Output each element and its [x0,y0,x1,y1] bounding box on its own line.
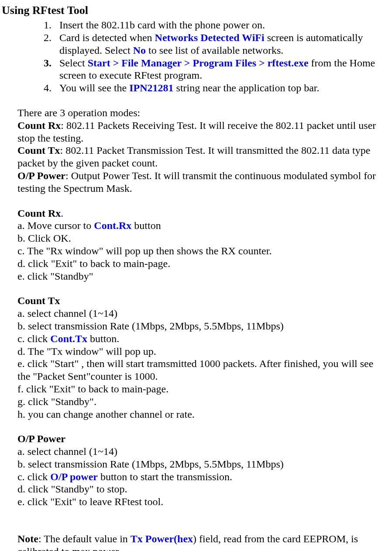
spacer [0,420,392,433]
blue-term: No [133,45,146,56]
list-item-1: 1. Insert the 802.11b card with the phon… [44,19,386,31]
list-text: Card is detected when Networks Detected … [59,31,386,57]
op-power-step-d: d. click "Standby" to stop. [17,483,386,496]
count-rx-step-b: b. Click OK. [17,232,386,245]
spacer [0,94,392,107]
count-tx-step-c: c. click Cont.Tx button. [17,333,386,345]
list-item-3: 3. Select Start > File Manager > Program… [44,57,386,82]
blue-term: Networks Detected WiFi [155,32,265,43]
text-segment: Card is detected when [59,32,155,43]
note-text: Note: The default value in Tx Power(hex)… [17,533,386,551]
list-item-4: 4. You will see the IPN21281 string near… [44,82,386,94]
count-rx-step-c: c. The "Rx window" will pop up then show… [17,245,386,257]
text-segment: a. Move cursor to [17,220,94,231]
list-number: 4. [44,82,59,94]
text-segment: You will see the [59,82,129,94]
mode-op-power: O/P Power: Output Power Test. It will tr… [17,170,386,195]
count-tx-step-d: d. The "Tx window" will pop up. [17,345,386,358]
blue-term: Start > File Manager > Program Files > r… [88,57,309,69]
list-number: 3. [44,57,59,82]
blue-term: Cont.Tx [50,333,87,344]
op-power-step-a: a. select channel (1~14) [17,445,386,458]
list-text: Insert the 802.11b card with the phone p… [59,19,386,31]
list-item-2: 2. Card is detected when Networks Detect… [44,31,386,57]
blue-term: O/P power [50,471,98,482]
numbered-list: 1. Insert the 802.11b card with the phon… [17,19,392,94]
mode-label: O/P Power [17,170,65,181]
op-power-step-c: c. click O/P power button to start the t… [17,471,386,483]
mode-count-rx: Count Rx: 802.11 Packets Receiving Test.… [17,119,386,145]
modes-intro-text: There are 3 operation modes: [17,107,386,119]
document-title: Using RFtest Tool [2,3,392,17]
section-header: Count Rx [17,208,61,219]
op-power-step-e: e. click "Exit" to leave RFtest tool. [17,496,386,508]
count-tx-section: Count Tx a. select channel (1~14) b. sel… [17,295,392,420]
modes-intro: There are 3 operation modes: Count Rx: 8… [17,107,392,195]
mode-count-tx: Count Tx: 802.11 Packet Transmission Tes… [17,144,386,170]
list-text: Select Start > File Manager > Program Fi… [59,57,386,82]
text-segment: button to start the transmission. [98,471,232,482]
list-number: 1. [44,19,59,31]
spacer [0,195,392,207]
count-tx-step-h: h. you can change another channel or rat… [17,408,386,421]
text-segment: string near the application top bar. [174,82,320,94]
count-rx-step-d: d. click "Exit" to back to main-page. [17,257,386,270]
count-tx-step-b: b. select transmission Rate (1Mbps, 2Mbp… [17,320,386,333]
text-segment: c. click [17,471,50,482]
spacer [0,520,392,533]
count-tx-header: Count Tx [17,295,386,307]
blue-term: IPN21281 [129,82,173,94]
mode-text: : Output Power Test. It will transmit th… [17,170,376,194]
mode-text: : 802.11 Packet Transmission Test. It wi… [17,145,370,169]
count-tx-step-g: g. click "Standby". [17,395,386,408]
mode-text: : 802.11 Packets Receiving Test. It will… [17,120,376,144]
count-rx-step-a: a. Move cursor to Cont.Rx button [17,219,386,232]
note-section: Note: The default value in Tx Power(hex)… [17,533,392,551]
blue-term: Tx Power(hex [131,533,193,544]
note-label: Note [17,533,38,544]
text-segment: button [131,220,161,231]
op-power-header: O/P Power [17,433,386,445]
list-text: You will see the IPN21281 string near th… [59,82,386,94]
count-rx-step-e: e. click "Standby" [17,270,386,283]
spacer [0,282,392,295]
op-power-step-b: b. select transmission Rate (1Mbps, 2Mbp… [17,458,386,471]
text-segment: button. [87,333,119,344]
op-power-section: O/P Power a. select channel (1~14) b. se… [17,433,392,508]
mode-label: Count Tx [17,145,60,156]
text-segment: c. click [17,333,50,344]
list-number: 2. [44,31,59,57]
count-rx-header: Count Rx. [17,207,386,220]
mode-label: Count Rx [17,120,61,131]
count-tx-step-f: f. click "Exit" to back to main-page. [17,383,386,395]
count-tx-step-a: a. select channel (1~14) [17,307,386,320]
header-dot: . [61,208,63,219]
text-segment: to see list of available networks. [146,45,283,56]
text-segment: : The default value in [38,533,131,544]
blue-term: Cont.Rx [94,220,131,231]
count-tx-step-e: e. click "Start" , then will start trams… [17,357,386,383]
text-segment: Select [59,57,88,69]
spacer [0,508,392,520]
count-rx-section: Count Rx. a. Move cursor to Cont.Rx butt… [17,207,392,283]
